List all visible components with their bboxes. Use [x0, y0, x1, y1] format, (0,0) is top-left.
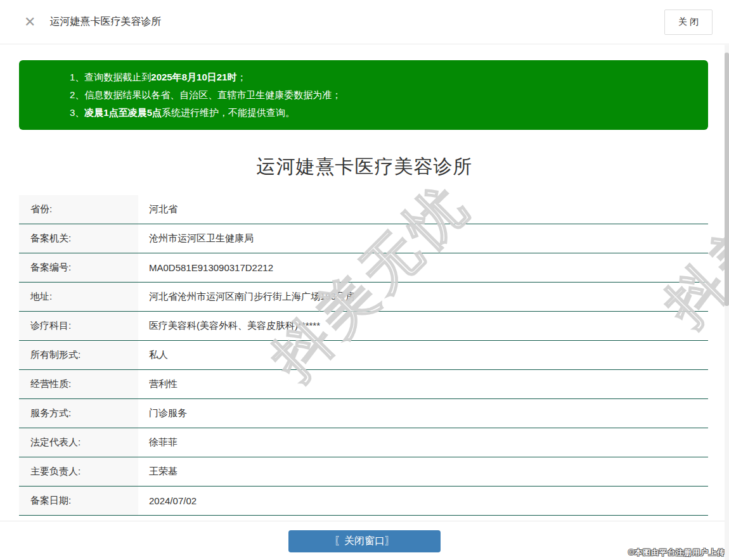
row-value: 2024/07/02	[138, 487, 708, 515]
upload-stamp-text: ©本图由平台注册用户上传	[628, 547, 725, 558]
record-row-address: 地址: 河北省沧州市运河区南门步行街上海广场193号房	[19, 283, 708, 312]
header-title: 运河婕熹卡医疗美容诊所	[49, 15, 161, 29]
row-label: 备案机关:	[19, 224, 138, 253]
row-value: MA0D581E913090317D2212	[138, 253, 708, 282]
row-value: 徐菲菲	[138, 428, 708, 457]
footer-bar: 〖关闭窗口〗 ©本图由平台注册用户上传	[0, 521, 729, 560]
record-row-treatment-subjects: 诊疗科目: 医疗美容科(美容外科、美容皮肤科)******	[19, 312, 708, 341]
record-title: 运河婕熹卡医疗美容诊所	[0, 154, 729, 180]
record-row-business-nature: 经营性质: 营利性	[19, 370, 708, 399]
notice-line-2-num: 2、	[70, 89, 84, 100]
notice-line-2: 2、信息数据结果以各省、自治区、直辖市卫生健康委数据为准；	[70, 86, 695, 104]
row-label: 所有制形式:	[19, 341, 138, 369]
notice-box: 1、查询数据截止到2025年8月10日21时； 2、信息数据结果以各省、自治区、…	[19, 60, 708, 130]
row-label: 备案日期:	[19, 487, 138, 515]
record-row-filing-date: 备案日期: 2024/07/02	[19, 487, 708, 516]
record-row-main-person-in-charge: 主要负责人: 王荣基	[19, 457, 708, 487]
row-value: 河北省沧州市运河区南门步行街上海广场193号房	[138, 283, 708, 311]
notice-line-1-bold: 2025年8月10日21时	[151, 72, 236, 82]
record-row-legal-representative: 法定代表人: 徐菲菲	[19, 428, 708, 457]
record-row-service-mode: 服务方式: 门诊服务	[19, 399, 708, 428]
row-label: 地址:	[19, 283, 138, 311]
record-row-filing-authority: 备案机关: 沧州市运河区卫生健康局	[19, 224, 708, 253]
row-label: 法定代表人:	[19, 428, 138, 457]
row-label: 备案编号:	[19, 253, 138, 282]
row-value: 沧州市运河区卫生健康局	[138, 224, 708, 253]
record-row-ownership-form: 所有制形式: 私人	[19, 341, 708, 370]
scrollbar-thumb[interactable]	[725, 53, 729, 306]
row-value: 营利性	[138, 370, 708, 398]
row-value: 门诊服务	[138, 399, 708, 428]
row-label: 经营性质:	[19, 370, 138, 398]
row-label: 主要负责人:	[19, 457, 138, 486]
notice-line-2-pre: 信息数据结果以各省、自治区、直辖市卫生健康委数据为准；	[84, 89, 341, 100]
row-label: 诊疗科目:	[19, 312, 138, 340]
record-row-province: 省份: 河北省	[19, 195, 708, 224]
notice-line-1-pre: 查询数据截止到	[84, 72, 151, 82]
row-value: 私人	[138, 341, 708, 369]
row-value: 河北省	[138, 195, 708, 224]
notice-line-1: 1、查询数据截止到2025年8月10日21时；	[70, 68, 695, 86]
close-x-icon[interactable]: ✕	[24, 15, 35, 29]
notice-line-3-post: 系统进行维护，不能提供查询。	[162, 107, 295, 118]
row-label: 服务方式:	[19, 399, 138, 428]
notice-line-1-post: ；	[236, 72, 246, 82]
close-window-button[interactable]: 〖关闭窗口〗	[288, 530, 441, 552]
close-button[interactable]: 关 闭	[664, 10, 713, 35]
record-row-filing-number: 备案编号: MA0D581E913090317D2212	[19, 253, 708, 283]
notice-line-3-bold: 凌晨1点至凌晨5点	[84, 107, 162, 118]
notice-line-1-num: 1、	[70, 72, 84, 82]
page: ✕ 运河婕熹卡医疗美容诊所 关 闭 1、查询数据截止到2025年8月10日21时…	[0, 0, 729, 560]
row-label: 省份:	[19, 195, 138, 224]
scrollbar-track[interactable]	[725, 45, 729, 560]
notice-line-3: 3、凌晨1点至凌晨5点系统进行维护，不能提供查询。	[70, 104, 695, 122]
record-table: 省份: 河北省 备案机关: 沧州市运河区卫生健康局 备案编号: MA0D581E…	[19, 195, 708, 516]
row-value: 王荣基	[138, 457, 708, 486]
row-value: 医疗美容科(美容外科、美容皮肤科)******	[138, 312, 708, 340]
header-bar: ✕ 运河婕熹卡医疗美容诊所 关 闭	[0, 0, 729, 44]
notice-line-3-num: 3、	[70, 107, 84, 118]
